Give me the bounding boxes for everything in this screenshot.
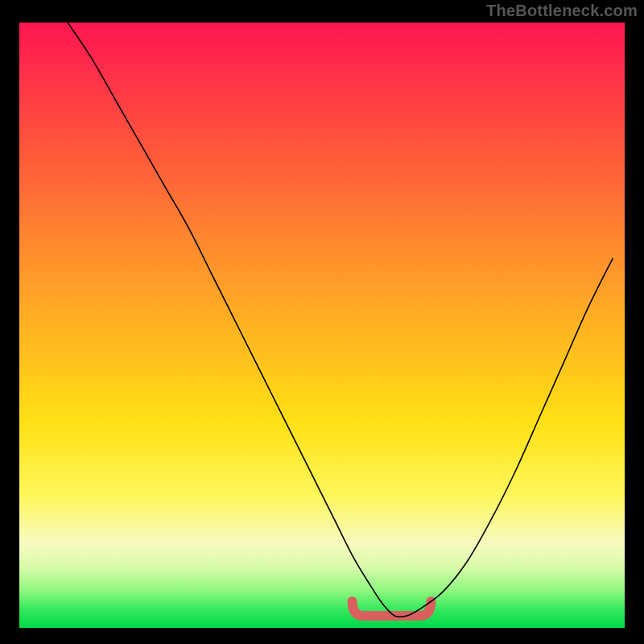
plot-area — [19, 23, 625, 628]
bottleneck-curve — [68, 23, 613, 617]
chart-stage: TheBottleneck.com — [0, 0, 644, 644]
watermark-text: TheBottleneck.com — [486, 2, 638, 20]
bottleneck-curve-svg — [19, 23, 625, 628]
